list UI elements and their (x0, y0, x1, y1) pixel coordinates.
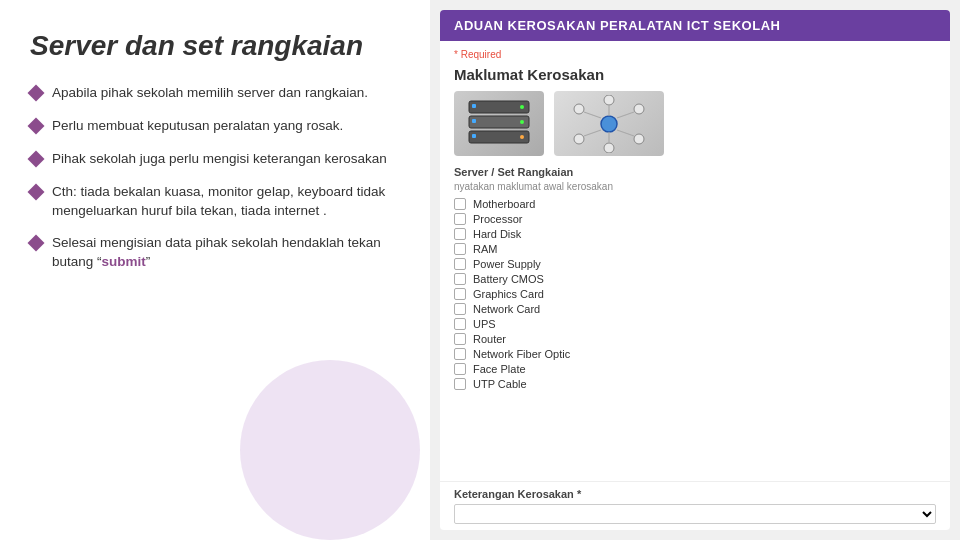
checkbox-row: Processor (454, 213, 936, 225)
svg-point-15 (604, 143, 614, 153)
images-row (454, 91, 936, 156)
checkbox-row: Power Supply (454, 258, 936, 270)
bullet-item-3: Pihak sekolah juga perlu mengisi keteran… (30, 150, 400, 169)
checkbox-label-3: RAM (473, 243, 497, 255)
required-note: * Required (454, 49, 936, 60)
checkbox-label-9: Router (473, 333, 506, 345)
bullet-diamond-3 (28, 150, 45, 167)
checkbox-label-2: Hard Disk (473, 228, 521, 240)
bullet-text-5: Selesai mengisian data pihak sekolah hen… (52, 234, 400, 272)
form-body: * Required Maklumat Kerosakan (440, 41, 950, 481)
svg-point-5 (520, 120, 524, 124)
checkbox-label-12: UTP Cable (473, 378, 527, 390)
svg-line-21 (617, 130, 634, 136)
checkbox-row: UTP Cable (454, 378, 936, 390)
bullet-item-2: Perlu membuat keputusan peralatan yang r… (30, 117, 400, 136)
bullet-item-1: Apabila pihak sekolah memilih server dan… (30, 84, 400, 103)
bullet-diamond-2 (28, 117, 45, 134)
bullet-diamond-1 (28, 85, 45, 102)
checkbox-box-0[interactable] (454, 198, 466, 210)
checkbox-list: MotherboardProcessorHard DiskRAMPower Su… (454, 198, 936, 390)
subsection-label: Server / Set Rangkaian (454, 166, 936, 178)
checkbox-label-10: Network Fiber Optic (473, 348, 570, 360)
checkbox-row: RAM (454, 243, 936, 255)
bullet5-bold: submit (102, 254, 146, 269)
checkbox-row: UPS (454, 318, 936, 330)
svg-point-12 (574, 134, 584, 144)
footer-label: Keterangan Kerosakan * (454, 488, 936, 500)
bullet-text-1: Apabila pihak sekolah memilih server dan… (52, 84, 368, 103)
svg-line-20 (584, 130, 601, 136)
svg-point-14 (604, 95, 614, 105)
checkbox-box-4[interactable] (454, 258, 466, 270)
checkbox-box-8[interactable] (454, 318, 466, 330)
checkbox-row: Graphics Card (454, 288, 936, 300)
bullet-text-3: Pihak sekolah juga perlu mengisi keteran… (52, 150, 387, 169)
bullet5-after: ” (146, 254, 151, 269)
checkbox-box-1[interactable] (454, 213, 466, 225)
checkbox-row: Battery CMOS (454, 273, 936, 285)
bullet-item-5: Selesai mengisian data pihak sekolah hen… (30, 234, 400, 272)
checkbox-label-0: Motherboard (473, 198, 535, 210)
section-title: Maklumat Kerosakan (454, 66, 936, 83)
checkbox-row: Motherboard (454, 198, 936, 210)
svg-point-9 (601, 116, 617, 132)
bullet-text-4: Cth: tiada bekalan kuasa, monitor gelap,… (52, 183, 400, 221)
checkbox-box-3[interactable] (454, 243, 466, 255)
bullet-diamond-5 (28, 235, 45, 252)
checkbox-label-6: Graphics Card (473, 288, 544, 300)
left-panel: Server dan set rangkaian Apabila pihak s… (0, 0, 430, 540)
checkbox-label-8: UPS (473, 318, 496, 330)
checkbox-row: Router (454, 333, 936, 345)
checkbox-row: Network Card (454, 303, 936, 315)
server-image (454, 91, 544, 156)
form-card: ADUAN KEROSAKAN PERALATAN ICT SEKOLAH * … (440, 10, 950, 530)
checkbox-box-2[interactable] (454, 228, 466, 240)
svg-point-11 (634, 104, 644, 114)
checkbox-label-7: Network Card (473, 303, 540, 315)
checkbox-box-12[interactable] (454, 378, 466, 390)
svg-point-8 (520, 135, 524, 139)
form-header: ADUAN KEROSAKAN PERALATAN ICT SEKOLAH (440, 10, 950, 41)
svg-rect-1 (472, 104, 476, 108)
checkbox-box-11[interactable] (454, 363, 466, 375)
network-image (554, 91, 664, 156)
svg-rect-7 (472, 134, 476, 138)
checkbox-box-5[interactable] (454, 273, 466, 285)
checkbox-row: Hard Disk (454, 228, 936, 240)
decorative-shape (240, 360, 420, 540)
checkbox-label-5: Battery CMOS (473, 273, 544, 285)
bullet-diamond-4 (28, 183, 45, 200)
checkbox-box-7[interactable] (454, 303, 466, 315)
svg-point-10 (574, 104, 584, 114)
checkbox-row: Network Fiber Optic (454, 348, 936, 360)
bullet-item-4: Cth: tiada bekalan kuasa, monitor gelap,… (30, 183, 400, 221)
keterangan-select[interactable] (454, 504, 936, 524)
svg-point-13 (634, 134, 644, 144)
svg-rect-4 (472, 119, 476, 123)
checkbox-box-6[interactable] (454, 288, 466, 300)
checkbox-box-9[interactable] (454, 333, 466, 345)
checkbox-row: Face Plate (454, 363, 936, 375)
svg-line-19 (617, 112, 634, 118)
checkbox-label-11: Face Plate (473, 363, 526, 375)
page-title: Server dan set rangkaian (30, 30, 400, 62)
subsection-hint: nyatakan maklumat awal kerosakan (454, 181, 936, 192)
checkbox-label-4: Power Supply (473, 258, 541, 270)
svg-point-2 (520, 105, 524, 109)
checkbox-label-1: Processor (473, 213, 523, 225)
right-panel: ADUAN KEROSAKAN PERALATAN ICT SEKOLAH * … (430, 0, 960, 540)
svg-line-18 (584, 112, 601, 118)
form-footer: Keterangan Kerosakan * (440, 481, 950, 531)
bullet-text-2: Perlu membuat keputusan peralatan yang r… (52, 117, 343, 136)
checkbox-box-10[interactable] (454, 348, 466, 360)
